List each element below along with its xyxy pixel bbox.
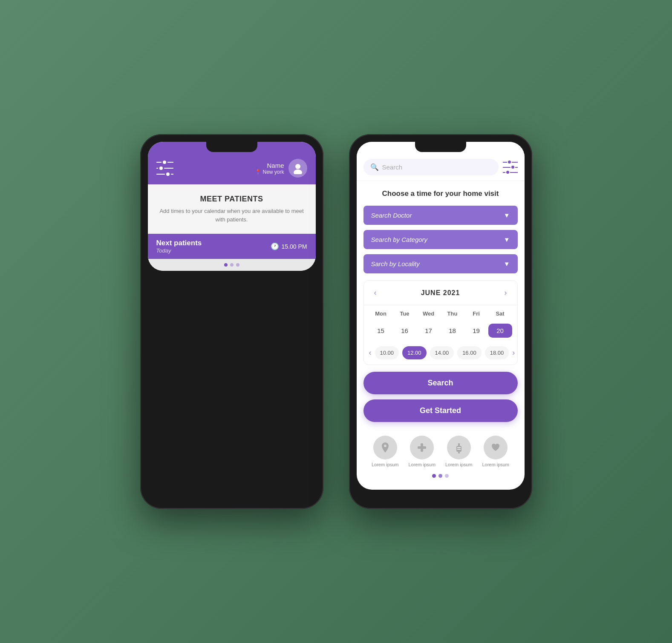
dot-3[interactable]: [236, 263, 239, 267]
svg-point-0: [295, 164, 300, 169]
user-info: Name 📍 New york: [255, 159, 307, 178]
bottom-icons-row: Lorem ipsum Lorem ipsum: [363, 429, 518, 471]
page-dot-2[interactable]: [438, 474, 442, 478]
action-buttons: Search Get Started: [363, 372, 518, 422]
time-prev-button[interactable]: ‹: [369, 348, 372, 357]
cal-day-fri: Fri: [464, 309, 488, 319]
clock-icon: 🕐: [271, 242, 279, 250]
svg-rect-32: [458, 452, 460, 454]
search-button[interactable]: Search: [363, 372, 518, 394]
calendar-section: ‹ JUNE 2021 › Mon Tue Wed Thu Fri Sat 15…: [363, 280, 518, 365]
dot-2[interactable]: [230, 263, 234, 267]
phone-notch-2: [415, 142, 466, 152]
cal-date-15[interactable]: 15: [369, 324, 393, 338]
bottom-icon-label-1: Lorem ipsum: [372, 462, 399, 467]
calendar-next-button[interactable]: ›: [501, 287, 510, 299]
svg-rect-31: [456, 446, 461, 452]
search-locality-dropdown[interactable]: Sarch by Locality ▼: [363, 254, 518, 273]
filter-icon[interactable]: [156, 161, 173, 176]
svg-rect-30: [458, 443, 460, 446]
phone-notch-1: [206, 142, 257, 152]
avatar: [288, 159, 307, 178]
cal-day-thu: Thu: [441, 309, 464, 319]
get-started-button[interactable]: Get Started: [363, 399, 518, 422]
bottom-icon-location[interactable]: Lorem ipsum: [372, 436, 399, 467]
page-dot-3[interactable]: [445, 474, 449, 478]
bottom-icon-label-4: Lorem ipsum: [482, 462, 509, 467]
time-slot-1400[interactable]: 14.00: [430, 346, 454, 359]
search-icon: 🔍: [370, 163, 379, 171]
dropdown-arrow-1: ▼: [504, 212, 510, 219]
search-locality-label: Sarch by Locality: [371, 260, 420, 267]
location-pin-icon: 📍: [255, 169, 261, 175]
next-patients-day: Today: [156, 247, 202, 254]
cal-date-19[interactable]: 19: [464, 324, 488, 338]
choose-title: Choose a time for your home visit: [363, 189, 518, 198]
dropdown-arrow-2: ▼: [504, 236, 510, 243]
svg-point-1: [294, 169, 302, 174]
cal-day-mon: Mon: [369, 309, 393, 319]
medical-cross-icon: [410, 436, 434, 459]
bottom-icon-label-3: Lorem ipsum: [445, 462, 473, 467]
next-patients-label: Next patients: [156, 239, 202, 247]
user-location: 📍 New york: [255, 169, 284, 175]
time-slots-row: ‹ 10.00 12.00 14.00 16.00 18.00 ›: [364, 343, 517, 365]
bottom-icon-medical[interactable]: Lorem ipsum: [408, 436, 436, 467]
cal-date-16[interactable]: 16: [393, 324, 417, 338]
cal-date-17[interactable]: 17: [417, 324, 441, 338]
time-slot-1200[interactable]: 12.00: [402, 346, 427, 359]
search-doctor-label: Search Doctor: [371, 212, 412, 219]
next-patients-time: 🕐 15.00 PM: [271, 242, 307, 250]
search-category-label: Search by Category: [371, 236, 428, 243]
calendar-dates-row: 15 16 17 18 19 20: [364, 322, 517, 343]
bottom-icon-heart[interactable]: Lorem ipsum: [482, 436, 509, 467]
time-slot-1600[interactable]: 16.00: [457, 346, 482, 359]
search-doctor-dropdown[interactable]: Search Doctor ▼: [363, 206, 518, 225]
bottom-icon-label-2: Lorem ipsum: [408, 462, 436, 467]
next-patients-bar: Next patients Today 🕐 15.00 PM: [148, 234, 316, 259]
cal-date-20[interactable]: 20: [488, 324, 512, 338]
bottom-icon-syringe[interactable]: Lorem ipsum: [445, 436, 473, 467]
filter-icon-2[interactable]: [503, 161, 518, 174]
page-dots: [148, 259, 316, 271]
cal-day-sat: Sat: [488, 309, 512, 319]
time-slot-1800[interactable]: 18.00: [485, 346, 509, 359]
meet-patients-subtitle: Add times to your calendar when you are …: [156, 207, 307, 224]
calendar-prev-button[interactable]: ‹: [371, 287, 380, 299]
phone-1: Name 📍 New york MEET PATIENTS Add times …: [140, 134, 323, 509]
heart-icon: [484, 436, 508, 459]
time-slot-1000[interactable]: 10.00: [375, 346, 399, 359]
user-name: Name: [255, 162, 284, 169]
calendar-header: ‹ JUNE 2021 ›: [364, 281, 517, 305]
syringe-icon: [447, 436, 471, 459]
phone2-content: Choose a time for your home visit Search…: [357, 181, 525, 490]
meet-patients-section: MEET PATIENTS Add times to your calendar…: [148, 184, 316, 234]
time-slots-container: 10.00 12.00 14.00 16.00 18.00: [375, 346, 509, 359]
dot-1[interactable]: [224, 263, 228, 267]
time-value: 15.00 PM: [282, 243, 307, 250]
search-bar[interactable]: 🔍 Search: [363, 159, 499, 175]
meet-patients-title: MEET PATIENTS: [156, 195, 307, 204]
calendar-days-row: Mon Tue Wed Thu Fri Sat: [364, 305, 517, 322]
search-placeholder: Search: [382, 164, 403, 171]
cal-day-wed: Wed: [417, 309, 441, 319]
phone-2: 🔍 Search: [349, 134, 532, 509]
time-next-button[interactable]: ›: [512, 348, 515, 357]
location-icon: [373, 436, 397, 459]
svg-rect-29: [418, 446, 426, 449]
calendar-month: JUNE 2021: [421, 289, 460, 297]
cal-day-tue: Tue: [393, 309, 417, 319]
page-indicator-dots: [363, 471, 518, 481]
dropdown-arrow-3: ▼: [504, 260, 510, 267]
cal-date-18[interactable]: 18: [441, 324, 464, 338]
search-category-dropdown[interactable]: Search by Category ▼: [363, 230, 518, 249]
page-dot-1[interactable]: [432, 474, 436, 478]
